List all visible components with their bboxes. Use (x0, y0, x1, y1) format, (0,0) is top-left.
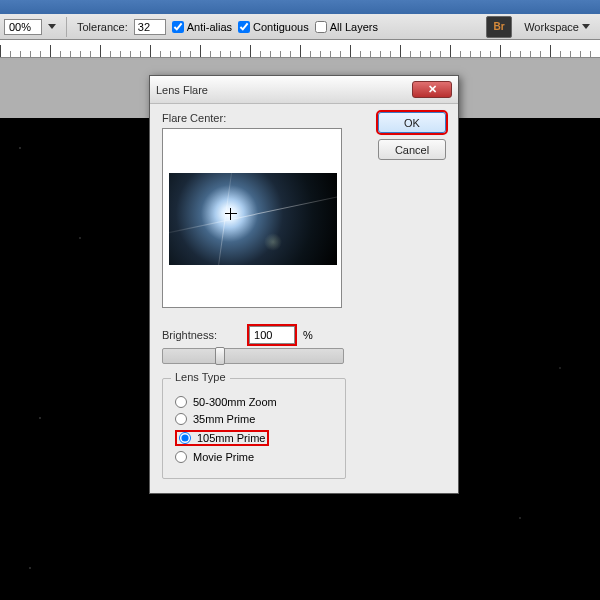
options-bar: 00% Tolerance: Anti-alias Contiguous All… (0, 14, 600, 40)
close-icon: ✕ (428, 83, 437, 96)
radio-105mm[interactable]: 105mm Prime (175, 430, 333, 446)
flare-artifact (264, 233, 282, 251)
contiguous-label: Contiguous (253, 21, 309, 33)
antialias-label: Anti-alias (187, 21, 232, 33)
app-titlebar (0, 0, 600, 14)
alllayers-check-icon[interactable] (315, 21, 327, 33)
zoom-dropdown-icon[interactable] (48, 24, 56, 29)
close-button[interactable]: ✕ (412, 81, 452, 98)
cancel-button[interactable]: Cancel (378, 139, 446, 160)
lens-type-group: Lens Type 50-300mm Zoom 35mm Prime 105mm… (162, 378, 346, 479)
lens-type-label: Lens Type (171, 371, 230, 383)
dialog-body: OK Cancel Flare Center: Brightness: % Le… (150, 104, 458, 493)
chevron-down-icon (582, 24, 590, 29)
radio-label: 50-300mm Zoom (193, 396, 277, 408)
workspace-label: Workspace (524, 21, 579, 33)
tolerance-label: Tolerance: (77, 21, 128, 33)
slider-thumb[interactable] (215, 347, 225, 365)
radio-50-300mm[interactable]: 50-300mm Zoom (175, 396, 333, 408)
radio-icon[interactable] (175, 396, 187, 408)
brightness-slider[interactable] (162, 348, 344, 364)
brightness-unit: % (303, 329, 313, 341)
zoom-field[interactable]: 00% (4, 19, 42, 35)
flare-preview-image (169, 173, 337, 265)
radio-icon[interactable] (179, 432, 191, 444)
radio-label: Movie Prime (193, 451, 254, 463)
radio-icon[interactable] (175, 413, 187, 425)
bridge-icon[interactable]: Br (486, 16, 512, 38)
radio-label: 35mm Prime (193, 413, 255, 425)
dialog-titlebar[interactable]: Lens Flare ✕ (150, 76, 458, 104)
alllayers-label: All Layers (330, 21, 378, 33)
radio-35mm[interactable]: 35mm Prime (175, 413, 333, 425)
radio-label: 105mm Prime (197, 432, 265, 444)
workspace-button[interactable]: Workspace (518, 19, 596, 35)
flare-crosshair-icon[interactable] (225, 208, 237, 220)
contiguous-check-icon[interactable] (238, 21, 250, 33)
radio-icon[interactable] (175, 451, 187, 463)
tolerance-input[interactable] (134, 19, 166, 35)
separator (66, 17, 67, 37)
dialog-buttons: OK Cancel (378, 112, 446, 160)
lens-flare-dialog: Lens Flare ✕ OK Cancel Flare Center: Bri… (149, 75, 459, 494)
ruler-horizontal (0, 40, 600, 58)
brightness-label: Brightness: (162, 329, 217, 341)
radio-movie[interactable]: Movie Prime (175, 451, 333, 463)
contiguous-checkbox[interactable]: Contiguous (238, 21, 309, 33)
antialias-check-icon[interactable] (172, 21, 184, 33)
ok-button[interactable]: OK (378, 112, 446, 133)
antialias-checkbox[interactable]: Anti-alias (172, 21, 232, 33)
brightness-row: Brightness: % (162, 326, 446, 344)
flare-preview[interactable] (162, 128, 342, 308)
dialog-title: Lens Flare (156, 84, 208, 96)
flare-streak (169, 190, 337, 237)
brightness-input[interactable] (249, 326, 295, 344)
alllayers-checkbox[interactable]: All Layers (315, 21, 378, 33)
